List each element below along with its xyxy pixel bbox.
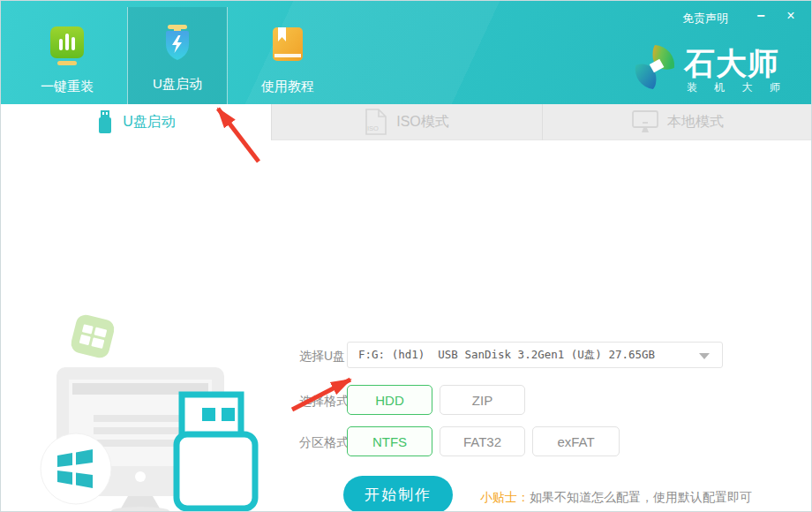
mode-tab-usb-boot[interactable]: U盘启动: [1, 104, 271, 140]
monitor-icon: [632, 110, 658, 134]
iso-file-icon: ISO: [365, 109, 387, 135]
usb-monitor-illustration: [36, 304, 266, 512]
partition-option-ntfs[interactable]: NTFS: [347, 426, 432, 456]
mode-tab-local[interactable]: 本地模式: [542, 104, 812, 140]
tip-label: 小贴士：: [480, 490, 530, 504]
partition-option-fat32[interactable]: FAT32: [440, 426, 525, 456]
format-option-zip[interactable]: ZIP: [440, 385, 525, 415]
main-content: 选择U盘： F:G: (hd1) USB SanDisk 3.2Gen1 (U盘…: [1, 140, 812, 512]
mode-tab-label: ISO模式: [396, 113, 449, 132]
format-option-hdd[interactable]: HDD: [347, 385, 432, 415]
header-bar: 一键重装 U盘启动 使用教程 免责声明 −: [1, 1, 812, 104]
close-icon[interactable]: ×: [779, 6, 802, 26]
top-tab-usb-boot[interactable]: U盘启动: [127, 7, 228, 104]
usb-boot-shield-icon: [156, 22, 199, 64]
usb-stick-icon: [96, 110, 114, 134]
usb-plug-illustration: [177, 395, 255, 512]
reinstall-icon: [46, 25, 88, 67]
mode-tab-label: 本地模式: [667, 113, 724, 132]
brand-name: 石大师: [684, 43, 779, 85]
windows-tile-icon: [69, 312, 116, 359]
top-tab-label: 一键重装: [41, 79, 94, 95]
windows-circle-icon: [41, 433, 111, 504]
tip-text: 小贴士：如果不知道怎么配置，使用默认配置即可: [480, 490, 752, 506]
usb-select-value: F:G: (hd1) USB SanDisk 3.2Gen1 (U盘) 27.6…: [358, 348, 655, 363]
svg-text:ISO: ISO: [367, 124, 379, 132]
partition-option-exfat[interactable]: exFAT: [532, 426, 620, 456]
chevron-down-icon: [699, 353, 710, 359]
usb-select-dropdown[interactable]: F:G: (hd1) USB SanDisk 3.2Gen1 (U盘) 27.6…: [347, 342, 723, 368]
minimize-icon[interactable]: −: [749, 6, 772, 26]
mode-tab-iso[interactable]: ISO ISO模式: [271, 104, 542, 140]
top-tab-tutorial[interactable]: 使用教程: [237, 1, 338, 104]
top-tab-label: U盘启动: [153, 76, 202, 93]
brand-logo: 石大师 装 机 大 师: [631, 42, 679, 92]
brand-tagline: 装 机 大 师: [687, 80, 787, 95]
top-tab-label: 使用教程: [261, 79, 314, 95]
start-make-button[interactable]: 开始制作: [343, 476, 453, 512]
tutorial-book-icon: [267, 25, 309, 67]
mode-tab-label: U盘启动: [123, 113, 176, 132]
app-window: 一键重装 U盘启动 使用教程 免责声明 −: [0, 0, 812, 512]
brand-swirl-icon: [631, 42, 679, 92]
disclaimer-link[interactable]: 免责声明: [682, 11, 728, 26]
tip-body: 如果不知道怎么配置，使用默认配置即可: [530, 490, 752, 504]
top-tab-reinstall[interactable]: 一键重装: [17, 1, 117, 104]
